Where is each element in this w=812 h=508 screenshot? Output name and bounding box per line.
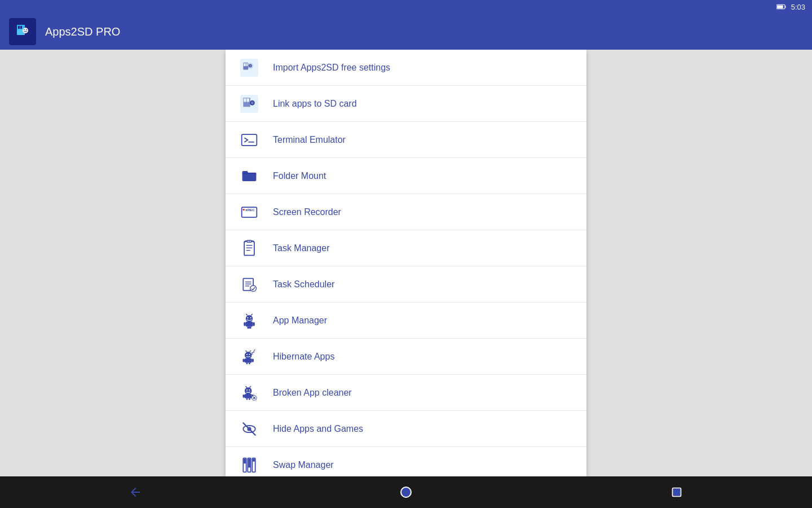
svg-rect-67 — [249, 362, 250, 364]
svg-text:z: z — [254, 348, 255, 352]
svg-rect-5 — [785, 6, 786, 8]
svg-rect-19 — [244, 63, 246, 66]
svg-rect-10 — [18, 26, 20, 29]
menu-item-broken-app-cleaner[interactable]: Broken App cleaner — [226, 375, 586, 411]
menu-item-hide-apps[interactable]: Hide Apps and Games — [226, 411, 586, 447]
svg-point-47 — [250, 285, 257, 291]
svg-point-92 — [401, 487, 411, 497]
link-apps-label: Link apps to SD card — [273, 99, 357, 109]
svg-rect-53 — [246, 321, 253, 326]
svg-point-72 — [246, 389, 248, 391]
terminal-icon — [239, 130, 259, 150]
svg-line-52 — [251, 314, 253, 315]
menu-item-task-manager[interactable]: Task Manager — [226, 230, 586, 266]
svg-point-13 — [24, 29, 25, 30]
status-icons: 5:03 — [754, 2, 805, 11]
svg-point-22 — [249, 65, 250, 65]
svg-point-59 — [246, 353, 248, 354]
svg-rect-54 — [244, 322, 246, 326]
hibernate-apps-icon: z z z — [239, 347, 259, 367]
home-button[interactable] — [392, 479, 420, 506]
svg-point-35 — [242, 208, 245, 211]
svg-rect-63 — [245, 358, 251, 362]
svg-point-58 — [245, 352, 251, 358]
hide-apps-label: Hide Apps and Games — [273, 424, 363, 434]
svg-rect-80 — [249, 398, 250, 400]
menu-item-terminal[interactable]: Terminal Emulator — [226, 122, 586, 158]
menu-item-hibernate-apps[interactable]: z z z Hibernate Apps — [226, 339, 586, 375]
status-bar: 5:03 — [0, 0, 812, 14]
menu-item-screen-recorder[interactable]: ●REC Screen Recorder — [226, 194, 586, 230]
svg-rect-93 — [673, 488, 681, 497]
refresh-icon[interactable] — [758, 23, 776, 41]
svg-line-62 — [250, 351, 251, 352]
screen-recorder-label: Screen Recorder — [273, 207, 341, 217]
svg-rect-89 — [244, 458, 246, 463]
svg-rect-1 — [767, 6, 769, 10]
folder-mount-label: Folder Mount — [273, 171, 326, 181]
link-apps-icon — [239, 94, 259, 114]
svg-rect-64 — [242, 358, 245, 362]
app-icon — [9, 18, 36, 45]
swap-manager-icon — [239, 455, 259, 475]
task-manager-icon — [239, 238, 259, 259]
svg-rect-76 — [245, 393, 251, 398]
broken-app-cleaner-icon — [239, 383, 259, 403]
svg-rect-11 — [20, 26, 22, 29]
svg-line-75 — [250, 386, 251, 387]
more-vert-icon[interactable] — [785, 23, 803, 41]
svg-point-23 — [250, 65, 251, 65]
app-manager-icon — [239, 310, 259, 331]
svg-text:●REC: ●REC — [245, 208, 255, 212]
svg-point-71 — [245, 387, 251, 394]
svg-rect-0 — [766, 7, 767, 10]
svg-point-50 — [250, 317, 251, 318]
app-bar-left: Apps2SD PRO — [9, 18, 120, 45]
menu-item-link-apps[interactable]: Link apps to SD card — [226, 86, 586, 122]
svg-rect-66 — [246, 362, 248, 364]
task-manager-label: Task Manager — [273, 243, 330, 253]
svg-rect-2 — [770, 5, 771, 10]
task-scheduler-icon — [239, 274, 259, 295]
svg-rect-31 — [240, 131, 258, 149]
svg-rect-27 — [247, 98, 249, 102]
svg-rect-3 — [771, 4, 773, 10]
svg-rect-37 — [244, 241, 254, 255]
svg-line-61 — [246, 351, 247, 352]
svg-point-48 — [246, 315, 253, 322]
swap-manager-label: Swap Manager — [273, 460, 334, 470]
svg-line-51 — [246, 314, 248, 315]
svg-rect-56 — [247, 326, 249, 329]
menu-item-task-scheduler[interactable]: Task Scheduler — [226, 266, 586, 303]
menu-list: Import Apps2SD free settings Link apps t… — [226, 50, 586, 476]
menu-item-swap-manager[interactable]: Swap Manager — [226, 447, 586, 476]
bottom-nav — [0, 476, 812, 508]
svg-rect-26 — [244, 98, 246, 102]
svg-line-74 — [246, 386, 247, 387]
svg-rect-6 — [777, 5, 783, 8]
app-bar: Apps2SD PRO — [0, 14, 812, 50]
recents-button[interactable] — [663, 479, 690, 506]
back-button[interactable] — [122, 479, 149, 506]
svg-point-30 — [253, 102, 253, 102]
svg-point-14 — [26, 29, 27, 30]
svg-line-85 — [243, 423, 255, 435]
task-scheduler-label: Task Scheduler — [273, 279, 334, 290]
account-icon[interactable] — [731, 23, 749, 41]
app-bar-right — [731, 23, 803, 41]
screen-recorder-icon: ●REC — [239, 202, 259, 222]
import-settings-icon — [239, 58, 259, 78]
broken-app-cleaner-label: Broken App cleaner — [273, 388, 352, 398]
content-area: Import Apps2SD free settings Link apps t… — [0, 50, 812, 476]
menu-item-app-manager[interactable]: App Manager — [226, 303, 586, 339]
svg-point-60 — [249, 353, 250, 354]
svg-point-12 — [23, 28, 28, 33]
folder-mount-icon — [239, 166, 259, 186]
menu-item-folder-mount[interactable]: Folder Mount — [226, 158, 586, 194]
hibernate-apps-label: Hibernate Apps — [273, 352, 334, 362]
svg-point-49 — [247, 317, 248, 318]
svg-rect-57 — [249, 326, 251, 329]
terminal-label: Terminal Emulator — [273, 135, 346, 145]
svg-rect-77 — [242, 394, 245, 397]
menu-item-import-settings[interactable]: Import Apps2SD free settings — [226, 50, 586, 86]
